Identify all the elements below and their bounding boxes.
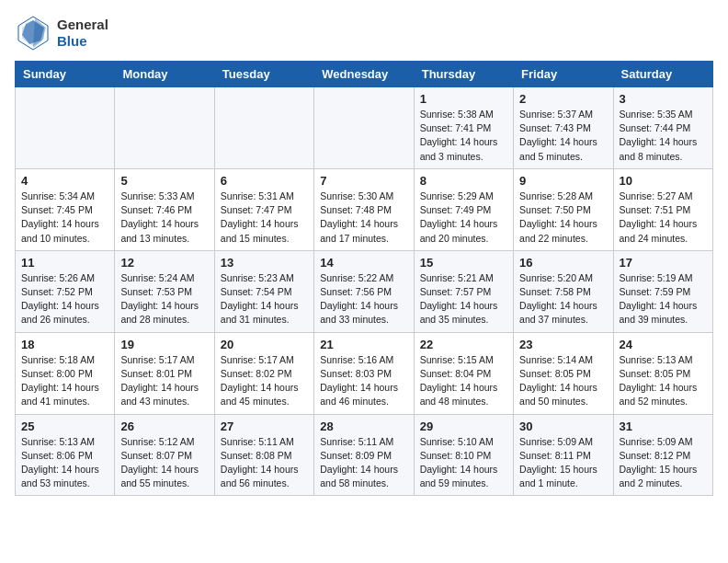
day-info: Sunrise: 5:38 AM Sunset: 7:41 PM Dayligh… <box>420 108 507 164</box>
day-info: Sunrise: 5:28 AM Sunset: 7:50 PM Dayligh… <box>519 190 607 246</box>
calendar-week-row: 25Sunrise: 5:13 AM Sunset: 8:06 PM Dayli… <box>16 414 713 496</box>
day-number: 18 <box>21 338 108 351</box>
day-info: Sunrise: 5:19 AM Sunset: 7:59 PM Dayligh… <box>620 271 707 327</box>
day-number: 8 <box>420 174 507 188</box>
calendar-cell: 9Sunrise: 5:28 AM Sunset: 7:50 PM Daylig… <box>514 168 613 250</box>
day-info: Sunrise: 5:11 AM Sunset: 8:08 PM Dayligh… <box>221 435 308 491</box>
weekday-header: Tuesday <box>214 62 313 87</box>
day-info: Sunrise: 5:17 AM Sunset: 8:02 PM Dayligh… <box>221 353 308 409</box>
day-info: Sunrise: 5:20 AM Sunset: 7:58 PM Dayligh… <box>519 271 607 327</box>
day-number: 26 <box>120 419 208 433</box>
day-number: 2 <box>519 92 607 106</box>
day-info: Sunrise: 5:33 AM Sunset: 7:46 PM Dayligh… <box>120 190 208 246</box>
calendar-cell: 25Sunrise: 5:13 AM Sunset: 8:06 PM Dayli… <box>16 414 115 496</box>
day-number: 28 <box>320 419 407 433</box>
day-info: Sunrise: 5:23 AM Sunset: 7:54 PM Dayligh… <box>221 271 308 327</box>
day-number: 5 <box>120 174 208 188</box>
day-number: 27 <box>221 419 308 433</box>
day-info: Sunrise: 5:31 AM Sunset: 7:47 PM Dayligh… <box>221 190 308 246</box>
calendar-cell: 1Sunrise: 5:38 AM Sunset: 7:41 PM Daylig… <box>414 87 513 169</box>
day-number: 14 <box>320 256 407 270</box>
calendar-cell: 11Sunrise: 5:26 AM Sunset: 7:52 PM Dayli… <box>16 250 115 332</box>
calendar-header-row: SundayMondayTuesdayWednesdayThursdayFrid… <box>16 62 713 87</box>
day-number: 19 <box>120 338 208 351</box>
day-number: 15 <box>420 256 507 270</box>
calendar-cell: 27Sunrise: 5:11 AM Sunset: 8:08 PM Dayli… <box>214 414 313 496</box>
day-info: Sunrise: 5:16 AM Sunset: 8:03 PM Dayligh… <box>320 353 407 409</box>
day-info: Sunrise: 5:13 AM Sunset: 8:06 PM Dayligh… <box>21 435 108 491</box>
calendar-cell: 28Sunrise: 5:11 AM Sunset: 8:09 PM Dayli… <box>314 414 414 496</box>
day-info: Sunrise: 5:18 AM Sunset: 8:00 PM Dayligh… <box>21 353 108 409</box>
calendar-week-row: 4Sunrise: 5:34 AM Sunset: 7:45 PM Daylig… <box>16 168 713 250</box>
calendar-cell <box>314 87 414 169</box>
calendar-table: SundayMondayTuesdayWednesdayThursdayFrid… <box>15 61 713 496</box>
day-number: 13 <box>221 256 308 270</box>
weekday-header: Thursday <box>414 62 513 87</box>
calendar-cell <box>214 87 313 169</box>
day-info: Sunrise: 5:24 AM Sunset: 7:53 PM Dayligh… <box>120 271 208 327</box>
weekday-header: Monday <box>115 62 214 87</box>
weekday-header: Friday <box>514 62 613 87</box>
day-number: 21 <box>320 338 407 351</box>
day-number: 12 <box>120 256 208 270</box>
day-number: 16 <box>519 256 607 270</box>
day-info: Sunrise: 5:22 AM Sunset: 7:56 PM Dayligh… <box>320 271 407 327</box>
day-number: 3 <box>620 92 707 106</box>
logo: General Blue <box>15 15 108 52</box>
calendar-cell: 18Sunrise: 5:18 AM Sunset: 8:00 PM Dayli… <box>16 332 115 414</box>
calendar-cell: 6Sunrise: 5:31 AM Sunset: 7:47 PM Daylig… <box>214 168 313 250</box>
calendar-cell: 26Sunrise: 5:12 AM Sunset: 8:07 PM Dayli… <box>115 414 214 496</box>
logo-text-blue: Blue <box>57 33 108 50</box>
logo-text-general: General <box>57 17 108 33</box>
day-info: Sunrise: 5:14 AM Sunset: 8:05 PM Dayligh… <box>519 353 607 409</box>
calendar-cell <box>16 87 115 169</box>
calendar-week-row: 1Sunrise: 5:38 AM Sunset: 7:41 PM Daylig… <box>16 87 713 169</box>
day-number: 9 <box>519 174 607 188</box>
calendar-cell: 17Sunrise: 5:19 AM Sunset: 7:59 PM Dayli… <box>613 250 712 332</box>
day-info: Sunrise: 5:10 AM Sunset: 8:10 PM Dayligh… <box>420 435 507 491</box>
calendar-cell: 5Sunrise: 5:33 AM Sunset: 7:46 PM Daylig… <box>115 168 214 250</box>
day-number: 20 <box>221 338 308 351</box>
calendar-cell: 31Sunrise: 5:09 AM Sunset: 8:12 PM Dayli… <box>613 414 712 496</box>
day-info: Sunrise: 5:15 AM Sunset: 8:04 PM Dayligh… <box>420 353 507 409</box>
day-number: 31 <box>620 419 707 433</box>
calendar-cell: 3Sunrise: 5:35 AM Sunset: 7:44 PM Daylig… <box>613 87 712 169</box>
calendar-cell: 20Sunrise: 5:17 AM Sunset: 8:02 PM Dayli… <box>214 332 313 414</box>
weekday-header: Wednesday <box>314 62 414 87</box>
page-header: General Blue <box>15 15 713 52</box>
day-number: 6 <box>221 174 308 188</box>
weekday-header: Sunday <box>16 62 115 87</box>
day-info: Sunrise: 5:17 AM Sunset: 8:01 PM Dayligh… <box>120 353 208 409</box>
day-number: 7 <box>320 174 407 188</box>
day-number: 25 <box>21 419 108 433</box>
day-info: Sunrise: 5:34 AM Sunset: 7:45 PM Dayligh… <box>21 190 108 246</box>
day-info: Sunrise: 5:26 AM Sunset: 7:52 PM Dayligh… <box>21 271 108 327</box>
day-number: 23 <box>519 338 607 351</box>
calendar-cell: 19Sunrise: 5:17 AM Sunset: 8:01 PM Dayli… <box>115 332 214 414</box>
day-number: 30 <box>519 419 607 433</box>
day-number: 29 <box>420 419 507 433</box>
day-info: Sunrise: 5:12 AM Sunset: 8:07 PM Dayligh… <box>120 435 208 491</box>
calendar-cell: 2Sunrise: 5:37 AM Sunset: 7:43 PM Daylig… <box>514 87 613 169</box>
day-info: Sunrise: 5:21 AM Sunset: 7:57 PM Dayligh… <box>420 271 507 327</box>
day-number: 1 <box>420 92 507 106</box>
calendar-cell <box>115 87 214 169</box>
calendar-cell: 10Sunrise: 5:27 AM Sunset: 7:51 PM Dayli… <box>613 168 712 250</box>
day-number: 10 <box>620 174 707 188</box>
calendar-cell: 14Sunrise: 5:22 AM Sunset: 7:56 PM Dayli… <box>314 250 414 332</box>
day-info: Sunrise: 5:09 AM Sunset: 8:12 PM Dayligh… <box>620 435 707 491</box>
day-number: 24 <box>620 338 707 351</box>
day-number: 4 <box>21 174 108 188</box>
logo-icon <box>15 15 51 52</box>
day-info: Sunrise: 5:11 AM Sunset: 8:09 PM Dayligh… <box>320 435 407 491</box>
day-number: 17 <box>620 256 707 270</box>
calendar-cell: 24Sunrise: 5:13 AM Sunset: 8:05 PM Dayli… <box>613 332 712 414</box>
day-info: Sunrise: 5:27 AM Sunset: 7:51 PM Dayligh… <box>620 190 707 246</box>
day-info: Sunrise: 5:37 AM Sunset: 7:43 PM Dayligh… <box>519 108 607 164</box>
calendar-week-row: 11Sunrise: 5:26 AM Sunset: 7:52 PM Dayli… <box>16 250 713 332</box>
calendar-cell: 8Sunrise: 5:29 AM Sunset: 7:49 PM Daylig… <box>414 168 513 250</box>
calendar-cell: 7Sunrise: 5:30 AM Sunset: 7:48 PM Daylig… <box>314 168 414 250</box>
calendar-cell: 12Sunrise: 5:24 AM Sunset: 7:53 PM Dayli… <box>115 250 214 332</box>
day-info: Sunrise: 5:29 AM Sunset: 7:49 PM Dayligh… <box>420 190 507 246</box>
calendar-cell: 4Sunrise: 5:34 AM Sunset: 7:45 PM Daylig… <box>16 168 115 250</box>
